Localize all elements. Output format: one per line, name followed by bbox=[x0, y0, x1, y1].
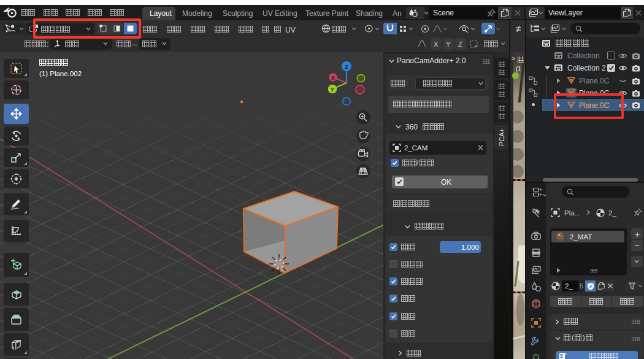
svg-text:Z: Z bbox=[345, 63, 348, 70]
svg-text:Y: Y bbox=[331, 86, 335, 93]
svg-text:X: X bbox=[331, 74, 335, 81]
